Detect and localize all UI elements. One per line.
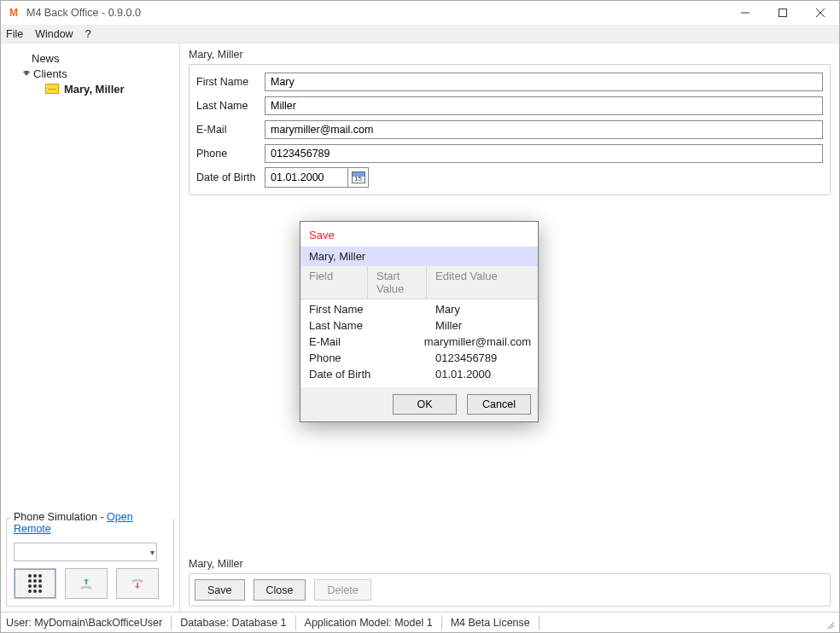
dialog-row-field: First Name bbox=[309, 303, 376, 316]
save-dialog[interactable]: Save Mary, Miller Field Start Value Edit… bbox=[300, 221, 539, 422]
dialog-row-field: E-Mail bbox=[309, 335, 370, 348]
label-first-name: First Name bbox=[196, 76, 265, 88]
statusbar: User: MyDomain\BackOfficeUser Database: … bbox=[1, 612, 839, 632]
hangup-button[interactable] bbox=[116, 568, 159, 599]
window-title: M4 Back Office - 0.9.0.0 bbox=[26, 7, 141, 19]
status-model: Application Model: Model 1 bbox=[296, 615, 442, 630]
dialog-row-edited: Miller bbox=[435, 319, 538, 332]
maximize-button[interactable] bbox=[764, 1, 802, 25]
delete-button: Delete bbox=[314, 579, 370, 601]
dialog-row-field: Last Name bbox=[309, 319, 376, 332]
phone-simulation-panel: Phone Simulation - Open Remote ▾ bbox=[6, 518, 174, 607]
dialog-row-edited: Mary bbox=[435, 303, 538, 316]
nav-tree: News Clients Mary, Miller bbox=[6, 50, 174, 518]
col-field: Field bbox=[300, 266, 367, 299]
dialog-button-bar: OK Cancel bbox=[300, 387, 538, 421]
email-input[interactable] bbox=[265, 120, 823, 139]
breadcrumb: Mary, Miller bbox=[189, 49, 831, 64]
tree-item-label: News bbox=[32, 52, 60, 65]
tree-item-clients[interactable]: Clients bbox=[6, 66, 174, 81]
dob-calendar-button[interactable]: 15 bbox=[347, 168, 368, 187]
dialog-row: Phone0123456789 bbox=[300, 350, 538, 366]
col-start-value: Start Value bbox=[367, 266, 427, 299]
dialog-ok-button[interactable]: OK bbox=[393, 394, 457, 415]
dialog-row-edited: 0123456789 bbox=[435, 351, 538, 364]
client-card-icon bbox=[45, 84, 59, 94]
phone-simulation-legend: Phone Simulation - Open Remote bbox=[10, 511, 173, 535]
status-database: Database: Database 1 bbox=[172, 615, 295, 630]
client-form: First Name Last Name E-Mail Phone Date o… bbox=[189, 64, 831, 195]
resize-grip-icon[interactable] bbox=[822, 617, 834, 629]
dialog-row-edited: 01.01.2000 bbox=[435, 368, 538, 380]
app-window: M M4 Back Office - 0.9.0.0 File Window ?… bbox=[0, 0, 840, 633]
dialog-row-start bbox=[376, 303, 435, 316]
dialpad-button[interactable] bbox=[14, 568, 56, 599]
close-form-button[interactable]: Close bbox=[254, 579, 306, 601]
menu-window[interactable]: Window bbox=[35, 28, 73, 40]
minimize-button[interactable] bbox=[726, 1, 764, 25]
menu-file[interactable]: File bbox=[6, 28, 23, 40]
dialog-title: Save bbox=[300, 222, 538, 247]
status-license: M4 Beta License bbox=[442, 615, 540, 630]
save-button[interactable]: Save bbox=[195, 579, 245, 601]
dialog-row-start bbox=[376, 319, 435, 332]
tree-collapse-icon[interactable] bbox=[21, 68, 32, 78]
label-dob: Date of Birth bbox=[196, 171, 265, 183]
titlebar[interactable]: M M4 Back Office - 0.9.0.0 bbox=[1, 1, 839, 25]
call-button[interactable] bbox=[65, 568, 108, 599]
tree-item-selected-client[interactable]: Mary, Miller bbox=[6, 81, 174, 96]
tree-item-label: Mary, Miller bbox=[64, 83, 125, 96]
label-last-name: Last Name bbox=[196, 100, 265, 112]
col-edited-value: Edited Value bbox=[427, 266, 538, 299]
dialog-row: Last NameMiller bbox=[300, 317, 538, 334]
dob-input[interactable] bbox=[265, 168, 347, 187]
dialog-row: First NameMary bbox=[300, 301, 538, 317]
svg-rect-1 bbox=[779, 9, 787, 17]
calendar-icon: 15 bbox=[352, 171, 365, 183]
dialog-row: Date of Birth01.01.2000 bbox=[300, 366, 538, 382]
phone-input[interactable] bbox=[265, 144, 823, 163]
tree-item-label: Clients bbox=[33, 67, 67, 80]
dialog-cancel-button[interactable]: Cancel bbox=[467, 394, 531, 415]
dialog-row-field: Date of Birth bbox=[309, 368, 376, 380]
dialog-column-headers: Field Start Value Edited Value bbox=[300, 266, 538, 299]
chevron-down-icon: ▾ bbox=[150, 548, 155, 557]
dialog-row-field: Phone bbox=[309, 351, 376, 364]
first-name-input[interactable] bbox=[265, 73, 823, 91]
dialog-row-start bbox=[376, 351, 435, 364]
sidebar: News Clients Mary, Miller Phone Simulati… bbox=[1, 44, 180, 612]
app-logo-icon: M bbox=[6, 5, 21, 20]
menubar: File Window ? bbox=[1, 25, 839, 44]
phone-down-icon bbox=[129, 575, 146, 592]
dialog-entity: Mary, Miller bbox=[300, 247, 538, 266]
dob-field: 15 bbox=[265, 167, 369, 188]
dialog-row-start bbox=[376, 368, 435, 380]
dialog-row-start bbox=[370, 335, 424, 348]
close-button[interactable] bbox=[802, 1, 839, 25]
label-phone: Phone bbox=[196, 148, 265, 160]
dialpad-icon bbox=[28, 574, 42, 593]
dialog-row: E-Mailmarymiller@mail.com bbox=[300, 334, 538, 350]
breadcrumb-bottom: Mary, Miller bbox=[189, 558, 831, 573]
dialog-rows: First NameMaryLast NameMillerE-Mailmarym… bbox=[300, 299, 538, 387]
last-name-input[interactable] bbox=[265, 96, 823, 115]
label-email: E-Mail bbox=[196, 124, 265, 136]
tree-item-news[interactable]: News bbox=[6, 50, 174, 66]
menu-help[interactable]: ? bbox=[85, 28, 91, 40]
phone-up-icon bbox=[78, 575, 95, 592]
form-button-bar: Save Close Delete bbox=[189, 573, 831, 607]
phone-simulation-select[interactable]: ▾ bbox=[14, 543, 157, 561]
dialog-row-edited: marymiller@mail.com bbox=[424, 335, 538, 348]
status-user: User: MyDomain\BackOfficeUser bbox=[6, 615, 172, 630]
